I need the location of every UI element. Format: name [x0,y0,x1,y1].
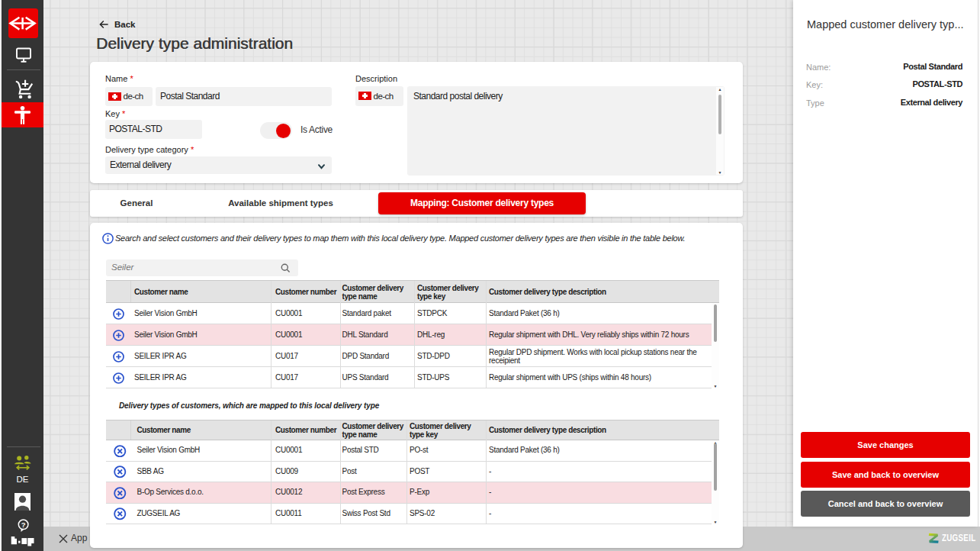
svg-text:?: ? [21,520,26,529]
